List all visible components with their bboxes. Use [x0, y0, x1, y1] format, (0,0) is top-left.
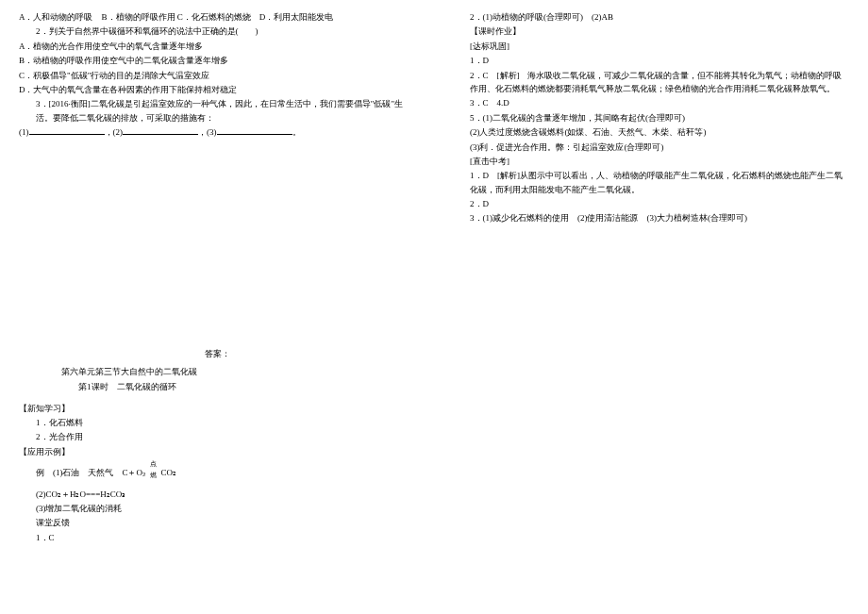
- section-exam: [直击中考]: [453, 155, 849, 168]
- hw-answer-5-3: (3)利．促进光合作用。弊：引起温室效应(合理即可): [453, 141, 849, 154]
- reaction-condition: 点燃: [147, 459, 159, 481]
- left-column: A．人和动物的呼吸 B．植物的呼吸作用 C．化石燃料的燃烧 D．利用太阳能发电 …: [0, 0, 434, 614]
- hw-answer-3-4: 3．C 4.D: [453, 96, 849, 109]
- answer-heading: 答案：: [19, 347, 415, 360]
- q3-blanks: (1)，(2)，(3)。: [19, 125, 415, 139]
- exam-answer-1: 1．D [解析]从图示中可以看出，人、动植物的呼吸能产生二氧化碳，化石燃料的燃烧…: [453, 169, 849, 196]
- unit-title: 第六单元第三节大自然中的二氧化碳: [19, 365, 415, 378]
- example-3: (3)增加二氧化碳的消耗: [19, 502, 415, 515]
- example-2: (2)CO₂＋H₂O===H₂CO₃: [19, 488, 415, 501]
- q2-option-b: B．动植物的呼吸作用使空气中的二氧化碳含量逐年增多: [19, 54, 415, 67]
- q2-option-d: D．大气中的氧气含量在各种因素的作用下能保持相对稳定: [19, 83, 415, 96]
- blank-2: [123, 126, 198, 135]
- q2-option-a: A．植物的光合作用使空气中的氧气含量逐年增多: [19, 40, 415, 53]
- lesson-title: 第1课时 二氧化碳的循环: [19, 380, 415, 393]
- blank-3: [217, 126, 292, 135]
- section-new-knowledge: 【新知学习】: [19, 402, 415, 415]
- section-examples: 【应用示例】: [19, 445, 415, 458]
- q1-options: A．人和动物的呼吸 B．植物的呼吸作用 C．化石燃料的燃烧 D．利用太阳能发电: [19, 10, 415, 24]
- section-consolidation: [达标巩固]: [453, 40, 849, 53]
- q2-option-c: C．积极倡导"低碳"行动的目的是消除大气温室效应: [19, 69, 415, 82]
- q2-stem: 2．判关于自然界中碳循环和氧循环的说法中正确的是( ): [19, 25, 415, 38]
- example-rhs: CO₂: [161, 468, 177, 477]
- right-column: 2．(1)动植物的呼吸(合理即可) (2)AB 【课时作业】 [达标巩固] 1．…: [434, 0, 868, 614]
- reaction-arrow: 点燃: [147, 466, 159, 479]
- nk-item-1: 1．化石燃料: [19, 416, 415, 429]
- document-page: A．人和动物的呼吸 B．植物的呼吸作用 C．化石燃料的燃烧 D．利用太阳能发电 …: [0, 0, 868, 614]
- classroom-feedback: 课堂反馈: [19, 516, 415, 529]
- q3-stem: 3．[2016·衡阳]二氧化碳是引起温室效应的一种气体，因此，在日常生活中，我们…: [19, 97, 415, 124]
- hw-answer-5-1: 5．(1)二氧化碳的含量逐年增加，其间略有起伏(合理即可): [453, 111, 849, 124]
- exam-answer-2: 2．D: [453, 197, 849, 210]
- hw-answer-1: 1．D: [453, 54, 849, 67]
- exam-answer-3: 3．(1)减少化石燃料的使用 (2)使用清洁能源 (3)大力植树造林(合理即可): [453, 211, 849, 224]
- example-1: 例 (1)石油 天然气 C＋O₂ 点燃 CO₂: [19, 466, 415, 479]
- cf-answer-2: 2．(1)动植物的呼吸(合理即可) (2)AB: [453, 10, 849, 24]
- homework-heading: 【课时作业】: [453, 25, 849, 38]
- blank-1: [29, 126, 105, 135]
- cf-answer-1: 1．C: [19, 531, 415, 544]
- nk-item-2: 2．光合作用: [19, 430, 415, 443]
- hw-answer-5-2: (2)人类过度燃烧含碳燃料(如煤、石油、天然气、木柴、秸秆等): [453, 125, 849, 139]
- example-lhs: 例 (1)石油 天然气 C＋O₂: [36, 468, 145, 477]
- hw-answer-2: 2．C [解析] 海水吸收二氧化碳，可减少二氧化碳的含量，但不能将其转化为氧气；…: [453, 69, 849, 96]
